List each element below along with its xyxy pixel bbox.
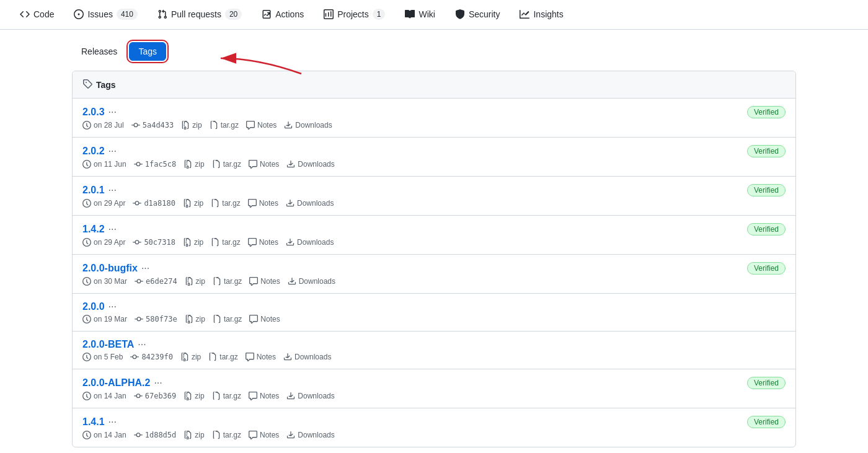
clock-icon — [82, 238, 91, 247]
tag-options-button[interactable]: ··· — [108, 301, 117, 312]
tag-options-button[interactable]: ··· — [141, 263, 149, 274]
tag-downloads[interactable]: Downloads — [286, 160, 334, 169]
tag-options-button[interactable]: ··· — [108, 416, 117, 428]
commit-icon — [131, 121, 140, 130]
tag-commit[interactable]: 1fac5c8 — [134, 160, 177, 169]
tag-downloads[interactable]: Downloads — [283, 353, 331, 361]
tar-icon — [212, 392, 221, 400]
nav-wiki[interactable]: Wiki — [395, 0, 445, 30]
releases-tab[interactable]: Releases — [72, 42, 126, 61]
verified-badge: Verified — [747, 106, 786, 118]
zip-icon — [181, 121, 190, 130]
tag-zip[interactable]: zip — [184, 392, 204, 400]
nav-pull-requests[interactable]: Pull requests 20 — [148, 0, 252, 30]
tag-tar[interactable]: tar.gz — [213, 315, 242, 323]
tag-notes[interactable]: Notes — [246, 121, 277, 130]
tag-commit[interactable]: 50c7318 — [133, 238, 175, 247]
zip-icon — [180, 353, 189, 361]
tag-options-button[interactable]: ··· — [108, 185, 117, 196]
tags-header: Tags — [73, 71, 795, 99]
tag-name[interactable]: 2.0.0 — [82, 301, 105, 312]
tag-commit[interactable]: 84239f0 — [130, 353, 173, 361]
tag-commit[interactable]: e6de274 — [135, 277, 177, 286]
tag-options-button[interactable]: ··· — [138, 339, 146, 350]
nav-issues[interactable]: Issues 410 — [64, 0, 148, 30]
nav-projects[interactable]: Projects 1 — [314, 0, 395, 30]
tag-notes[interactable]: Notes — [249, 160, 279, 169]
tag-zip[interactable]: zip — [180, 353, 201, 361]
nav-security[interactable]: Security — [445, 0, 510, 30]
tag-zip[interactable]: zip — [181, 121, 202, 130]
tag-commit[interactable]: 5a4d433 — [131, 121, 174, 130]
tar-icon — [208, 353, 217, 361]
clock-icon — [82, 353, 91, 361]
tag-zip[interactable]: zip — [185, 277, 205, 286]
nav-pr-label: Pull requests — [171, 9, 221, 19]
tag-name[interactable]: 2.0.1 — [82, 185, 105, 196]
notes-icon — [249, 431, 257, 439]
tag-tar[interactable]: tar.gz — [211, 238, 240, 247]
nav-insights[interactable]: Insights — [510, 0, 573, 30]
tag-downloads[interactable]: Downloads — [286, 199, 334, 208]
security-icon — [455, 9, 465, 19]
tags-section-label: Tags — [96, 80, 116, 90]
tag-name[interactable]: 2.0.0-bugfix — [82, 263, 138, 274]
nav-code[interactable]: Code — [10, 0, 64, 30]
tag-tar[interactable]: tar.gz — [208, 353, 237, 361]
commit-icon — [130, 353, 139, 361]
tag-notes[interactable]: Notes — [249, 315, 280, 323]
tag-tar[interactable]: tar.gz — [213, 277, 242, 286]
tag-downloads[interactable]: Downloads — [286, 392, 334, 400]
tag-tar[interactable]: tar.gz — [210, 121, 239, 130]
tag-zip[interactable]: zip — [183, 238, 203, 247]
tag-commit[interactable]: 580f73e — [135, 315, 177, 323]
tag-zip[interactable]: zip — [185, 315, 205, 323]
download-icon — [283, 353, 292, 361]
tag-notes[interactable]: Notes — [246, 353, 276, 361]
tag-tar[interactable]: tar.gz — [212, 392, 241, 400]
tag-commit[interactable]: 67eb369 — [134, 392, 177, 400]
tag-downloads[interactable]: Downloads — [284, 121, 332, 130]
commit-icon — [134, 160, 143, 169]
tag-tar[interactable]: tar.gz — [212, 160, 241, 169]
clock-icon — [82, 431, 91, 439]
tag-tar[interactable]: tar.gz — [212, 431, 241, 439]
download-icon — [284, 121, 293, 130]
download-icon — [286, 199, 294, 208]
tag-notes[interactable]: Notes — [248, 238, 278, 247]
tar-icon — [212, 160, 221, 169]
verified-badge: Verified — [747, 262, 786, 275]
nav-actions[interactable]: Actions — [252, 0, 314, 30]
tar-icon — [213, 277, 221, 286]
tag-zip[interactable]: zip — [184, 160, 204, 169]
tag-notes[interactable]: Notes — [248, 199, 278, 208]
tag-zip[interactable]: zip — [183, 199, 203, 208]
nav-wiki-label: Wiki — [418, 9, 435, 19]
tag-options-button[interactable]: ··· — [108, 146, 117, 157]
tag-date: on 19 Mar — [82, 315, 127, 323]
tag-name[interactable]: 2.0.3 — [82, 107, 105, 118]
tag-tar[interactable]: tar.gz — [211, 199, 240, 208]
tag-downloads[interactable]: Downloads — [286, 431, 334, 439]
tags-tab[interactable]: Tags — [129, 42, 166, 61]
tag-name[interactable]: 1.4.1 — [82, 416, 105, 428]
tag-date: on 14 Jan — [82, 392, 126, 400]
tag-name[interactable]: 2.0.2 — [82, 146, 105, 157]
tag-name[interactable]: 1.4.2 — [82, 224, 105, 235]
tag-options-button[interactable]: ··· — [108, 224, 117, 235]
tag-notes[interactable]: Notes — [249, 392, 279, 400]
tag-downloads[interactable]: Downloads — [288, 277, 335, 286]
tag-commit[interactable]: d1a8180 — [133, 199, 175, 208]
tag-commit[interactable]: 1d88d5d — [134, 431, 177, 439]
tag-notes[interactable]: Notes — [249, 431, 279, 439]
tag-date: on 29 Apr — [82, 238, 125, 247]
tag-name[interactable]: 2.0.0-BETA — [82, 339, 134, 350]
tag-downloads[interactable]: Downloads — [286, 238, 334, 247]
tag-name[interactable]: 2.0.0-ALPHA.2 — [82, 377, 150, 389]
tag-options-button[interactable]: ··· — [154, 377, 162, 389]
tag-notes[interactable]: Notes — [249, 277, 280, 286]
tag-options-button[interactable]: ··· — [108, 107, 117, 118]
clock-icon — [82, 199, 91, 208]
tag-zip[interactable]: zip — [184, 431, 204, 439]
tabs-area: Releases Tags — [72, 42, 796, 61]
